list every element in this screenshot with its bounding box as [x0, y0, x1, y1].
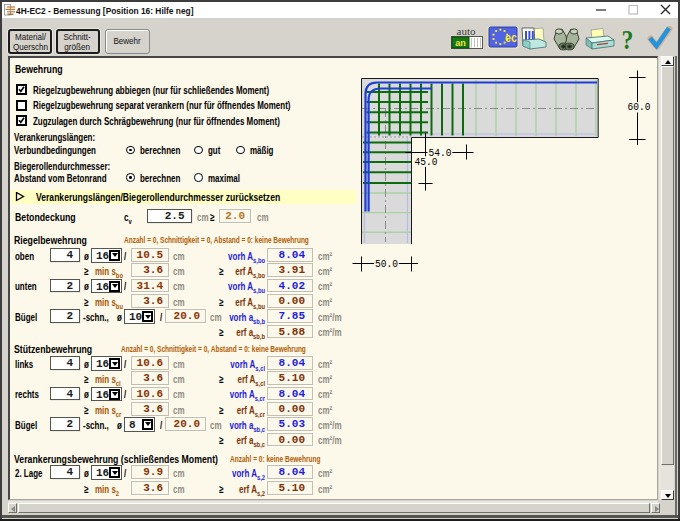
svg-text:60.0: 60.0 [628, 101, 651, 114]
svg-text:auto: auto [457, 26, 476, 37]
svg-text:ec: ec [505, 31, 518, 44]
svg-text:an: an [455, 38, 466, 48]
svg-text:50.0: 50.0 [375, 258, 398, 271]
svg-text:45.0: 45.0 [415, 155, 438, 168]
svg-text:?: ? [622, 26, 634, 55]
